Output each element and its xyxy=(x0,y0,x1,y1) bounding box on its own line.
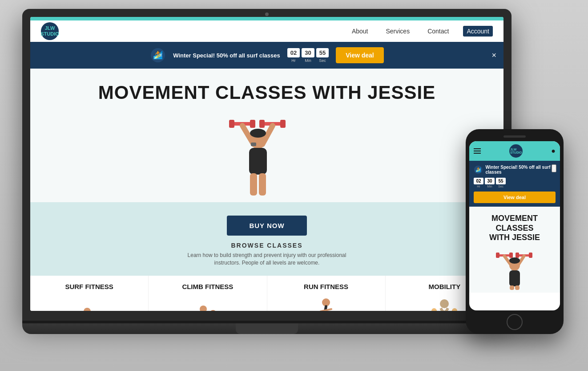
hero-section: MOVEMENT CLASSES WITH JESSIE xyxy=(30,69,503,202)
mobile-promo-row: 🏄 Winter Special! 50% off all surf class… xyxy=(474,164,556,175)
promo-icon: 🏄 xyxy=(150,47,166,63)
laptop-body: JLWSTUDIO About Services Contact Account… xyxy=(22,9,511,321)
countdown-hours: 02 Hr xyxy=(287,48,300,63)
surf-fitness-card: SURF FITNESS xyxy=(30,276,149,311)
mobile-user-icon[interactable]: ● xyxy=(551,147,556,155)
browse-title: BROWSE CLASSES xyxy=(39,242,495,249)
mobile-countdown-hours: 02 Hr xyxy=(474,178,483,188)
mobile-hero-title: MOVEMENT CLASSES WITH JESSIE xyxy=(474,214,556,243)
site-logo: JLWSTUDIO xyxy=(41,22,59,40)
run-fitness-illustration xyxy=(308,296,344,311)
mobile-hero: MOVEMENT CLASSES WITH JESSIE xyxy=(469,207,560,293)
mobile-promo-text: Winter Special! 50% off all surf classes xyxy=(485,165,556,175)
mobile-promo-banner: × 🏄 Winter Special! 50% off all surf cla… xyxy=(469,161,560,207)
mobile-logo: JLWSTUDIO xyxy=(509,144,523,158)
run-fitness-card: RUN FITNESS LEA xyxy=(267,276,386,311)
climb-fitness-title: CLIMB FITNESS xyxy=(156,283,259,290)
svg-point-22 xyxy=(200,306,207,311)
desktop-nav: JLWSTUDIO About Services Contact Account xyxy=(30,20,503,42)
mobility-illustration-svg xyxy=(427,296,462,311)
mobile-nav: JLWSTUDIO ● xyxy=(469,141,560,161)
nav-links-container: About Services Contact Account xyxy=(348,26,493,37)
svg-text:🏄: 🏄 xyxy=(153,50,163,60)
run-illustration-svg xyxy=(308,296,344,311)
laptop-screen: JLWSTUDIO About Services Contact Account… xyxy=(30,17,503,311)
promo-banner: 🏄 Winter Special! 50% off all surf class… xyxy=(30,42,503,69)
countdown-seconds: 55 Sec xyxy=(316,48,329,63)
svg-rect-42 xyxy=(529,253,532,258)
svg-line-28 xyxy=(321,309,331,311)
mobile-screen: JLWSTUDIO ● × 🏄 Winter Special! 50% off … xyxy=(469,141,560,310)
mobile-promo-icon: 🏄 xyxy=(474,164,483,175)
svg-rect-49 xyxy=(515,285,520,290)
countdown-minutes: 30 Min xyxy=(302,48,314,63)
svg-point-24 xyxy=(209,310,217,311)
hero-title: MOVEMENT CLASSES WITH JESSIE xyxy=(30,69,503,103)
svg-rect-12 xyxy=(249,148,267,175)
nav-account[interactable]: Account xyxy=(463,26,493,37)
hamburger-menu[interactable] xyxy=(474,148,481,154)
website-container: JLWSTUDIO About Services Contact Account… xyxy=(30,17,503,311)
svg-text:🏄: 🏄 xyxy=(475,167,481,172)
svg-rect-41 xyxy=(516,253,519,258)
svg-point-46 xyxy=(509,257,520,264)
svg-point-29 xyxy=(440,299,449,308)
svg-rect-3 xyxy=(229,120,234,128)
mobile-countdown-seconds: 55 Sec xyxy=(496,178,506,188)
mobile-speaker xyxy=(503,135,526,138)
classes-grid: SURF FITNESS xyxy=(30,276,503,311)
laptop-base xyxy=(22,321,511,334)
surf-fitness-illustration xyxy=(72,296,107,311)
svg-rect-4 xyxy=(250,120,255,128)
svg-rect-48 xyxy=(510,285,514,290)
svg-point-33 xyxy=(452,308,457,311)
svg-rect-7 xyxy=(280,120,286,128)
mobile-countdown: 02 Hr 30 Min 55 Sec xyxy=(474,178,556,188)
climb-fitness-card: CLIMB FITNESS xyxy=(149,276,267,311)
countdown: 02 Hr 30 Min 55 Sec xyxy=(287,48,329,63)
run-fitness-title: RUN FITNESS xyxy=(274,283,378,290)
svg-point-31 xyxy=(431,308,437,311)
svg-rect-13 xyxy=(250,173,257,196)
mobile-exercise-person-svg xyxy=(492,246,537,291)
svg-point-11 xyxy=(250,129,266,138)
browse-description: Learn how to build strength and prevent … xyxy=(178,252,356,267)
buy-now-button[interactable]: BUY NOW xyxy=(227,216,306,236)
svg-rect-47 xyxy=(509,270,520,286)
mobile-hero-image xyxy=(474,246,556,293)
svg-rect-15 xyxy=(251,143,256,146)
svg-rect-39 xyxy=(509,253,513,258)
mobile-view-deal-button[interactable]: View deal xyxy=(474,192,556,203)
nav-about[interactable]: About xyxy=(348,26,372,37)
cta-section: BUY NOW BROWSE CLASSES Learn how to buil… xyxy=(30,202,503,276)
mobility-illustration xyxy=(427,296,462,311)
promo-close-button[interactable]: × xyxy=(491,51,496,60)
nav-services[interactable]: Services xyxy=(382,26,413,37)
svg-rect-14 xyxy=(259,173,266,196)
view-deal-button[interactable]: View deal xyxy=(336,47,384,63)
svg-rect-38 xyxy=(496,253,499,258)
climb-illustration-svg xyxy=(190,296,226,311)
climb-fitness-illustration xyxy=(190,296,226,311)
promo-text: Winter Special! 50% off all surf classes xyxy=(173,52,280,59)
laptop-device: JLWSTUDIO About Services Contact Account… xyxy=(22,9,511,347)
laptop-foot xyxy=(236,323,298,334)
nav-contact[interactable]: Contact xyxy=(424,26,452,37)
nav-teal-strip xyxy=(30,17,503,20)
mobile-device: JLWSTUDIO ● × 🏄 Winter Special! 50% off … xyxy=(466,129,564,334)
surf-fitness-title: SURF FITNESS xyxy=(37,283,141,290)
mobile-home-button[interactable] xyxy=(507,314,523,330)
svg-point-17 xyxy=(84,308,91,311)
mobile-countdown-minutes: 30 Min xyxy=(485,178,495,188)
mobile-promo-close[interactable]: × xyxy=(552,164,556,172)
svg-rect-6 xyxy=(259,120,265,128)
surf-illustration-svg xyxy=(72,296,107,311)
hero-image xyxy=(222,109,311,202)
exercise-person-svg xyxy=(222,109,294,202)
laptop-camera xyxy=(265,12,269,16)
